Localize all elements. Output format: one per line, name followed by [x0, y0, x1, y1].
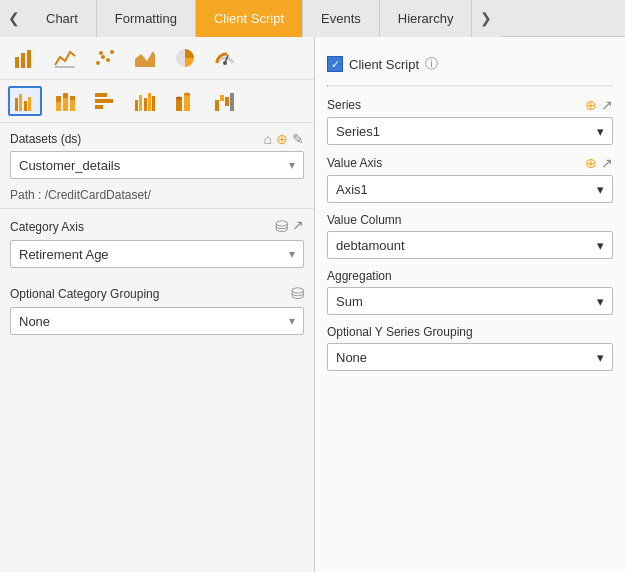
chart-type-3d-bar[interactable]	[168, 86, 202, 116]
category-axis-select[interactable]: Retirement Age ▾	[10, 240, 304, 268]
svg-rect-20	[63, 93, 68, 98]
svg-point-12	[223, 61, 227, 65]
tab-events[interactable]: Events	[303, 0, 380, 37]
datasets-home-icon[interactable]: ⌂	[264, 131, 272, 147]
svg-rect-23	[95, 93, 107, 97]
aggregation-label: Aggregation	[327, 269, 613, 283]
optional-y-select[interactable]: None ▾	[327, 343, 613, 371]
optional-grouping-icons: ⛁	[291, 284, 304, 303]
svg-rect-32	[184, 94, 190, 111]
svg-rect-16	[28, 97, 31, 111]
chart-type-line[interactable]	[48, 43, 82, 73]
category-axis-chevron-icon: ▾	[289, 247, 295, 261]
series-chevron-icon: ▾	[597, 124, 604, 139]
series-send-icon[interactable]: ↗	[601, 97, 613, 113]
optional-grouping-chevron-icon: ▾	[289, 314, 295, 328]
chart-type-waterfall[interactable]	[208, 86, 242, 116]
value-column-chevron-icon: ▾	[597, 238, 604, 253]
series-icons: ⊕ ↗	[585, 97, 613, 113]
tab-hierarchy[interactable]: Hierarchy	[380, 0, 473, 37]
value-column-select[interactable]: debtamount ▾	[327, 231, 613, 259]
path-row: Path : /CreditCardDataset/	[0, 185, 314, 208]
value-column-section: Value Column debtamount ▾	[327, 213, 613, 259]
chart-type-scatter[interactable]	[88, 43, 122, 73]
chart-type-stacked-bar[interactable]	[48, 86, 82, 116]
value-axis-icons: ⊕ ↗	[585, 155, 613, 171]
tab-client-script[interactable]: Client Script	[196, 0, 303, 37]
series-select[interactable]: Series1 ▾	[327, 117, 613, 145]
value-axis-section: Value Axis ⊕ ↗ Axis1 ▾	[327, 155, 613, 203]
category-axis-send-icon[interactable]: ↗	[292, 217, 304, 236]
series-add-icon[interactable]: ⊕	[585, 97, 597, 113]
optional-grouping-select[interactable]: None ▾	[10, 307, 304, 335]
datasets-section: Datasets (ds) ⌂ ⊕ ✎ Customer_details ▾	[0, 123, 314, 185]
tab-formatting[interactable]: Formatting	[97, 0, 196, 37]
aggregation-section: Aggregation Sum ▾	[327, 269, 613, 315]
svg-rect-19	[63, 98, 68, 111]
tab-next-button[interactable]: ❯	[472, 0, 500, 37]
svg-rect-17	[56, 102, 61, 111]
category-axis-label: Category Axis ⛁ ↗	[10, 217, 304, 236]
chart-type-pie[interactable]	[168, 43, 202, 73]
chart-type-grouped-bar[interactable]	[8, 86, 42, 116]
chart-type-row-1	[0, 37, 314, 80]
datasets-add-icon[interactable]: ⊕	[276, 131, 288, 147]
datasets-icons: ⌂ ⊕ ✎	[264, 131, 304, 147]
checkmark-icon: ✓	[331, 58, 340, 71]
chart-type-horizontal-bar[interactable]	[88, 86, 122, 116]
chart-type-area[interactable]	[128, 43, 162, 73]
tab-prev-button[interactable]: ❮	[0, 0, 28, 37]
svg-point-34	[184, 93, 190, 96]
category-axis-section: Category Axis ⛁ ↗ Retirement Age ▾	[0, 209, 314, 276]
svg-point-4	[96, 61, 100, 65]
optional-y-label: Optional Y Series Grouping	[327, 325, 613, 339]
optional-grouping-section: Optional Category Grouping ⛁ None ▾	[0, 276, 314, 343]
aggregation-select[interactable]: Sum ▾	[327, 287, 613, 315]
svg-rect-27	[139, 95, 142, 111]
right-panel: ✓ Client Script ⓘ Series ⊕ ↗ Series1 ▾	[315, 37, 625, 572]
value-axis-select[interactable]: Axis1 ▾	[327, 175, 613, 203]
optional-y-chevron-icon: ▾	[597, 350, 604, 365]
value-axis-add-icon[interactable]: ⊕	[585, 155, 597, 171]
value-axis-chevron-icon: ▾	[597, 182, 604, 197]
datasets-chevron-icon: ▾	[289, 158, 295, 172]
svg-rect-31	[176, 98, 182, 111]
series-label: Series ⊕ ↗	[327, 97, 613, 113]
datasets-select[interactable]: Customer_details ▾	[10, 151, 304, 179]
svg-rect-18	[56, 96, 61, 102]
client-script-label: Client Script	[349, 57, 419, 72]
chart-type-row-2	[0, 80, 314, 123]
client-script-row: ✓ Client Script ⓘ	[327, 47, 613, 85]
svg-rect-37	[225, 97, 229, 106]
category-axis-network-icon[interactable]: ⛁	[275, 217, 288, 236]
chart-type-bar-vertical[interactable]	[8, 43, 42, 73]
svg-rect-25	[95, 105, 103, 109]
chart-type-multi-bar[interactable]	[128, 86, 162, 116]
client-script-checkbox[interactable]: ✓	[327, 56, 343, 72]
series-section: Series ⊕ ↗ Series1 ▾	[327, 97, 613, 145]
svg-rect-30	[152, 96, 155, 111]
client-script-info-icon[interactable]: ⓘ	[425, 55, 438, 73]
category-axis-icons: ⛁ ↗	[275, 217, 304, 236]
optional-y-section: Optional Y Series Grouping None ▾	[327, 325, 613, 371]
datasets-edit-icon[interactable]: ✎	[292, 131, 304, 147]
svg-marker-9	[135, 51, 155, 67]
optional-grouping-label: Optional Category Grouping ⛁	[10, 284, 304, 303]
svg-rect-36	[220, 95, 224, 101]
left-panel: Datasets (ds) ⌂ ⊕ ✎ Customer_details ▾ P…	[0, 37, 315, 572]
optional-grouping-network-icon[interactable]: ⛁	[291, 284, 304, 303]
value-axis-label: Value Axis ⊕ ↗	[327, 155, 613, 171]
chart-type-gauge[interactable]	[208, 43, 242, 73]
svg-rect-1	[21, 53, 25, 68]
value-axis-send-icon[interactable]: ↗	[601, 155, 613, 171]
tab-bar: ❮ Chart Formatting Client Script Events …	[0, 0, 625, 37]
svg-rect-22	[70, 96, 75, 100]
svg-point-5	[101, 55, 105, 59]
svg-rect-24	[95, 99, 113, 103]
svg-rect-29	[148, 93, 151, 111]
aggregation-chevron-icon: ▾	[597, 294, 604, 309]
svg-rect-13	[15, 98, 18, 111]
value-column-label: Value Column	[327, 213, 613, 227]
svg-point-8	[99, 51, 103, 55]
tab-chart[interactable]: Chart	[28, 0, 97, 37]
